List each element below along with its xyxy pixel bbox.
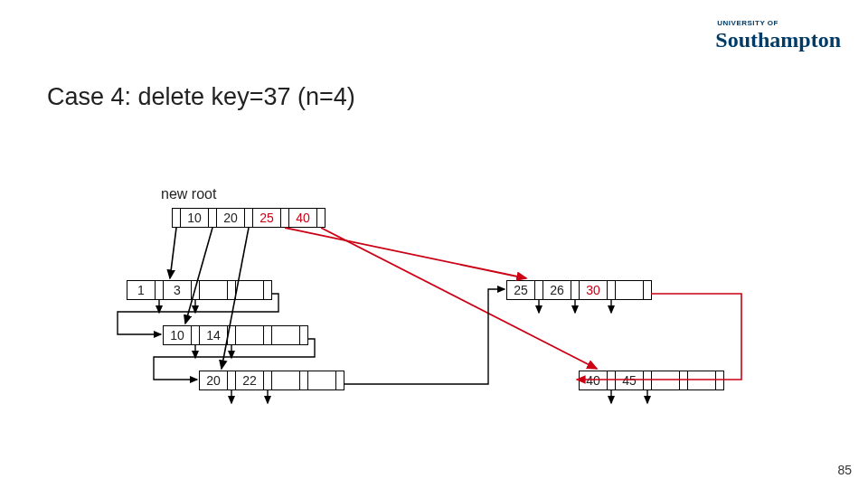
leaf-c-key-1: 22 [236,371,264,389]
root-key-1: 20 [217,209,245,227]
leaf-b-key-1: 14 [200,326,228,344]
university-logo: UNIVERSITY OF Southampton [715,20,841,51]
leaf-e-key-3 [688,371,716,389]
leaf-b-ptr-3 [300,326,307,344]
root-ptr-0 [173,209,181,227]
leaf-a-key-1: 3 [164,281,192,299]
leaf-d-key-2: 30 [580,281,608,299]
leaf-e-ptr-3 [716,371,723,389]
leaf-b-ptr-0 [192,326,200,344]
leaf-a-key-0: 1 [127,281,156,299]
leaf-b-ptr-1 [228,326,236,344]
page-number: 85 [837,463,852,477]
edge-root-to-leaf-a [170,228,176,278]
leaf-d-ptr-0 [535,281,543,299]
leaf-e-node: 40 45 [579,371,724,390]
leaf-c-key-3 [308,371,336,389]
leaf-a-ptr-2 [228,281,236,299]
leaf-c-ptr-2 [300,371,308,389]
root-key-2: 25 [253,209,281,227]
leaf-e-ptr-0 [608,371,616,389]
leaf-d-ptr-1 [571,281,580,299]
leaf-e-key-2 [652,371,680,389]
logo-name-text: Southampton [715,28,841,52]
root-key-3: 40 [289,209,317,227]
leaf-e-key-1: 45 [616,371,644,389]
leafchain-d-to-e [577,294,741,380]
leaf-b-key-2 [236,326,264,344]
leaf-a-ptr-3 [264,281,271,299]
root-node: 10 20 25 40 [172,208,326,228]
logo-prefix-text: UNIVERSITY OF [715,20,841,27]
arrows-layer [0,0,868,488]
leaf-c-ptr-1 [264,371,272,389]
leaf-d-key-0: 25 [507,281,535,299]
leaf-a-key-2 [200,281,228,299]
new-root-label: new root [161,186,216,202]
leaf-d-ptr-2 [608,281,616,299]
leafchain-c-to-d [344,289,505,384]
leaf-c-node: 20 22 [199,371,344,390]
root-ptr-2 [245,209,253,227]
leaf-d-key-3 [616,281,644,299]
page-title: Case 4: delete key=37 (n=4) [47,83,355,111]
edge-root-to-leaf-d [285,228,526,278]
leaf-b-key-0: 10 [164,326,192,344]
edge-root-to-leaf-b [185,228,212,324]
leaf-c-key-2 [272,371,300,389]
leaf-d-ptr-3 [644,281,651,299]
leaf-a-key-3 [236,281,264,299]
leaf-b-ptr-2 [264,326,272,344]
leaf-d-node: 25 26 30 [506,280,652,300]
leaf-a-ptr-1 [192,281,200,299]
leaf-b-key-3 [272,326,300,344]
leaf-e-ptr-2 [680,371,688,389]
leaf-a-node: 1 3 [127,280,272,300]
root-ptr-4 [317,209,325,227]
leaf-a-ptr-0 [156,281,164,299]
leaf-c-ptr-0 [228,371,236,389]
leaf-b-node: 10 14 [163,325,308,345]
leaf-e-key-0: 40 [580,371,608,389]
leaf-d-key-1: 26 [543,281,571,299]
leaf-c-ptr-3 [336,371,344,389]
leaf-c-key-0: 20 [200,371,228,389]
leaf-e-ptr-1 [644,371,652,389]
root-ptr-3 [281,209,289,227]
root-ptr-1 [209,209,217,227]
root-key-0: 10 [181,209,209,227]
